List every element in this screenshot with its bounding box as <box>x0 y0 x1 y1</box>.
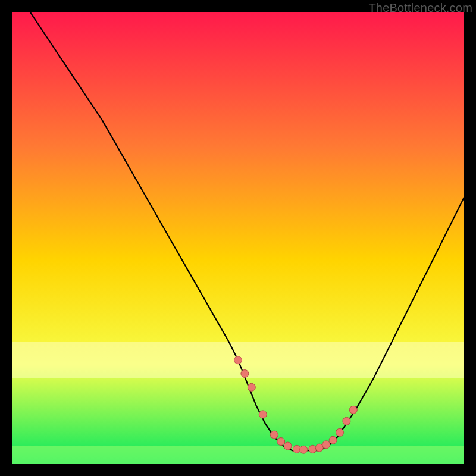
data-point <box>248 383 255 391</box>
data-point <box>241 370 249 378</box>
chart-frame <box>12 12 464 464</box>
data-point <box>270 431 278 439</box>
watermark-text: TheBottleneck.com <box>368 1 472 15</box>
data-point <box>284 442 292 450</box>
bottleneck-chart <box>12 12 464 464</box>
data-point <box>300 446 308 453</box>
data-point <box>234 356 242 364</box>
gradient-background <box>12 12 464 464</box>
data-point <box>309 445 317 453</box>
data-point <box>336 428 344 436</box>
data-point <box>349 406 357 414</box>
data-point <box>277 438 285 446</box>
data-point <box>259 411 267 418</box>
green-band <box>12 446 464 464</box>
data-point <box>343 417 350 425</box>
data-point <box>329 436 337 444</box>
data-point <box>322 441 330 449</box>
